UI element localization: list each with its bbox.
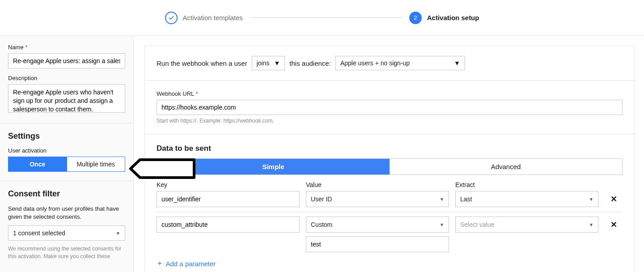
remove-row-button[interactable]: ✕ xyxy=(605,220,623,230)
description-label: Description xyxy=(8,75,125,81)
param-key-input[interactable] xyxy=(157,217,300,233)
step-2-label: Activation setup xyxy=(427,14,479,21)
audience-select[interactable]: Apple users + no sign-up ▼ xyxy=(335,56,465,70)
add-parameter-button[interactable]: + Add a parameter xyxy=(157,257,216,270)
param-extract-select[interactable]: Select value ▼ xyxy=(455,217,598,233)
activation-multiple-button[interactable]: Multiple times xyxy=(67,157,125,171)
sidebar: Name Description Settings User activatio… xyxy=(0,36,134,272)
col-key: Key xyxy=(157,181,300,188)
trigger-rule: Run the webhook when a user joins ▼ this… xyxy=(157,56,623,70)
annotation-arrow-icon xyxy=(129,158,196,179)
step-connector xyxy=(250,17,402,18)
chevron-down-icon: ▼ xyxy=(116,231,120,236)
param-custom-row xyxy=(157,236,623,252)
tab-advanced[interactable]: Advanced xyxy=(390,159,622,174)
col-extract: Extract xyxy=(455,181,598,188)
param-header: Key Value Extract xyxy=(157,181,623,188)
add-parameter-label: Add a parameter xyxy=(166,260,216,268)
param-value: User ID xyxy=(311,196,332,203)
chevron-down-icon: ▼ xyxy=(440,197,444,202)
consent-note: We recommend using the selected consents… xyxy=(8,245,125,260)
step-1[interactable]: Activation templates xyxy=(165,12,243,24)
webhook-url-label: Webhook URL xyxy=(157,90,623,97)
row-divider xyxy=(157,212,623,212)
param-extract-select[interactable]: Last ▼ xyxy=(455,191,598,207)
webhook-url-helper: Start with https://. Example: https://we… xyxy=(157,118,623,124)
main-content: Run the webhook when a user joins ▼ this… xyxy=(134,36,644,272)
chevron-down-icon: ▼ xyxy=(440,222,444,227)
chevron-down-icon: ▼ xyxy=(589,197,593,202)
rule-prefix: Run the webhook when a user xyxy=(157,60,247,67)
param-row: Custom ▼ Select value ▼ ✕ xyxy=(157,217,623,233)
chevron-down-icon: ▼ xyxy=(274,60,280,67)
settings-heading: Settings xyxy=(8,132,125,141)
param-value-select[interactable]: Custom ▼ xyxy=(306,217,449,233)
setup-card: Run the webhook when a user joins ▼ this… xyxy=(144,46,635,272)
rule-mid: this audience: xyxy=(289,60,331,67)
chevron-down-icon: ▼ xyxy=(454,60,460,67)
consent-select-value: 1 consent selected xyxy=(13,230,65,237)
consent-filter-description: Send data only from user profiles that h… xyxy=(8,205,125,221)
consent-select[interactable]: 1 consent selected ▼ xyxy=(8,225,125,241)
param-extract: Last xyxy=(460,196,472,203)
step-1-label: Activation templates xyxy=(183,14,243,21)
col-value: Value xyxy=(306,181,449,188)
step-2[interactable]: 2 Activation setup xyxy=(409,12,479,24)
user-activation-toggle: Once Multiple times xyxy=(8,157,125,172)
plus-icon: + xyxy=(157,259,162,268)
param-extract-placeholder: Select value xyxy=(460,221,494,228)
param-key-input[interactable] xyxy=(157,191,300,207)
param-value: Custom xyxy=(311,221,332,228)
step-2-number: 2 xyxy=(409,12,422,24)
audience-value: Apple users + no sign-up xyxy=(340,60,410,67)
check-icon xyxy=(165,12,178,24)
consent-filter-heading: Consent filter xyxy=(8,189,125,199)
webhook-url-input[interactable] xyxy=(157,100,623,115)
mode-tabs: Simple Advanced xyxy=(157,158,623,175)
stepper: Activation templates 2 Activation setup xyxy=(0,0,644,36)
name-label: Name xyxy=(8,44,125,51)
param-custom-input[interactable] xyxy=(306,236,449,252)
param-row: User ID ▼ Last ▼ ✕ xyxy=(157,191,623,207)
description-input[interactable] xyxy=(8,84,125,113)
chevron-down-icon: ▼ xyxy=(589,222,593,227)
data-to-send-heading: Data to be sent xyxy=(157,144,623,153)
trigger-select[interactable]: joins ▼ xyxy=(252,56,285,70)
activation-once-button[interactable]: Once xyxy=(8,157,67,171)
remove-row-button[interactable]: ✕ xyxy=(605,194,623,204)
trigger-value: joins xyxy=(257,60,270,67)
user-activation-label: User activation xyxy=(8,147,125,154)
param-value-select[interactable]: User ID ▼ xyxy=(306,191,449,207)
name-input[interactable] xyxy=(8,53,125,68)
